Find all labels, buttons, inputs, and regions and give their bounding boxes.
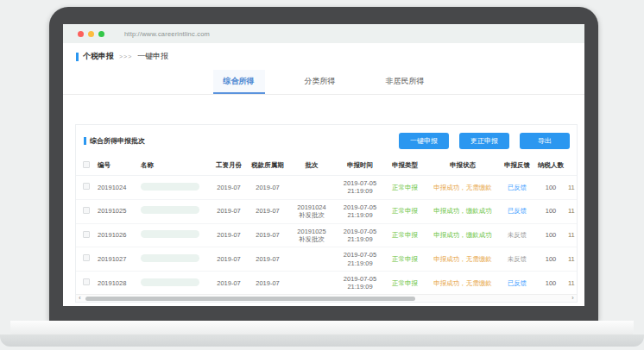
cell-batch-id: 20191026 xyxy=(97,223,140,247)
cell-status: 申报成功，无需缴款 xyxy=(425,272,501,296)
one-key-declare-button[interactable]: 一键申报 xyxy=(399,133,449,149)
page-content: 个税申报 >>> 一键申报 综合所得 分类所得 非居民所得 综合所得申报批次 xyxy=(63,43,584,306)
breadcrumb-separator: >>> xyxy=(119,53,132,59)
cell-feedback: 已反馈 xyxy=(501,176,534,200)
cell-tax-period: 2019-07 xyxy=(247,223,288,247)
breadcrumb-current[interactable]: 一键申报 xyxy=(137,51,168,62)
cell-declare-time: 2019-07-05 21:19:09 xyxy=(335,272,385,296)
cell-declare-type: 正常申报 xyxy=(385,176,425,200)
name-placeholder xyxy=(141,278,199,286)
name-placeholder xyxy=(141,254,199,262)
tab-nonresident-income[interactable]: 非居民所得 xyxy=(376,70,435,94)
table-row: 20191028 2019-07 2019-07 2019-07-05 21:1… xyxy=(76,272,577,296)
breadcrumb-section: 个税申报 xyxy=(83,51,114,62)
cell-batch-id: 20191027 xyxy=(97,247,140,272)
cell-clipped: 11 xyxy=(568,223,577,247)
accent-bar-icon xyxy=(84,137,86,145)
table-row: 20191026 2019-07 2019-07 20191025 补发批次 2… xyxy=(76,223,577,247)
cell-tax-period: 2019-07 xyxy=(247,176,288,200)
header-batch: 批次 xyxy=(288,155,335,176)
cell-declare-type: 正常申报 xyxy=(385,199,425,223)
table-row: 20191025 2019-07 2019-07 20191024 补发批次 2… xyxy=(76,199,577,223)
name-placeholder xyxy=(141,230,199,238)
table-body: 20191024 2019-07 2019-07 2019-07-05 21:1… xyxy=(76,176,577,303)
maximize-window-icon[interactable] xyxy=(98,31,104,37)
cell-name xyxy=(140,247,211,272)
cell-status: 申报成功，缴款成功 xyxy=(425,223,501,247)
cell-taxpayers: 100 xyxy=(534,272,568,296)
minimize-window-icon[interactable] xyxy=(88,31,94,37)
cell-taxpayers: 100 xyxy=(534,223,568,247)
breadcrumb: 个税申报 >>> 一键申报 xyxy=(63,43,584,62)
cell-declare-type: 正常申报 xyxy=(385,272,425,296)
cell-batch-id: 20191028 xyxy=(97,272,140,296)
batch-table: 编号 名称 工资月份 税款所属期 批次 申报时间 申报类型 申报状态 申报反馈 … xyxy=(76,155,577,303)
horizontal-scrollbar[interactable]: ‹ › xyxy=(76,294,577,302)
export-button[interactable]: 导出 xyxy=(520,133,570,149)
header-salary-month: 工资月份 xyxy=(211,155,247,176)
tab-comprehensive-income[interactable]: 综合所得 xyxy=(213,70,265,94)
cell-name xyxy=(140,223,211,247)
address-bar[interactable]: http://www.careerintlinc.com xyxy=(124,30,210,38)
name-placeholder xyxy=(141,183,199,191)
close-window-icon[interactable] xyxy=(78,31,84,37)
cell-salary-month: 2019-07 xyxy=(211,223,247,247)
laptop-mockup: http://www.careerintlinc.com 个税申报 >>> 一键… xyxy=(0,0,644,350)
cell-declare-time: 2019-07-05 21:19:09 xyxy=(335,247,385,272)
cell-declare-time: 2019-07-05 21:19:09 xyxy=(335,176,385,200)
table-row: 20191024 2019-07 2019-07 2019-07-05 21:1… xyxy=(76,176,577,200)
cell-feedback: 已反馈 xyxy=(501,272,534,296)
panel-title: 综合所得申报批次 xyxy=(90,136,145,146)
row-checkbox[interactable] xyxy=(83,207,90,214)
laptop-screen: http://www.careerintlinc.com 个税申报 >>> 一键… xyxy=(63,24,584,306)
cell-batch xyxy=(288,176,335,200)
cell-declare-type: 正常申报 xyxy=(385,223,425,247)
header-name: 名称 xyxy=(140,155,211,176)
scrollbar-thumb[interactable] xyxy=(85,297,415,302)
cell-taxpayers: 100 xyxy=(534,199,568,223)
cell-batch-id: 20191025 xyxy=(97,199,140,223)
cell-salary-month: 2019-07 xyxy=(211,199,247,223)
select-all-checkbox[interactable] xyxy=(83,161,90,168)
row-checkbox[interactable] xyxy=(83,231,90,238)
panel-header: 综合所得申报批次 一键申报 更正申报 导出 xyxy=(76,125,577,155)
cell-clipped: 11 xyxy=(568,176,577,200)
name-placeholder xyxy=(141,206,199,214)
name-placeholder xyxy=(141,302,199,303)
table-header-row: 编号 名称 工资月份 税款所属期 批次 申报时间 申报类型 申报状态 申报反馈 … xyxy=(76,155,577,176)
row-checkbox[interactable] xyxy=(83,278,90,285)
row-checkbox[interactable] xyxy=(83,183,90,190)
cell-batch xyxy=(288,247,335,272)
header-feedback: 申报反馈 xyxy=(501,155,534,176)
panel-title-wrap: 综合所得申报批次 xyxy=(84,136,145,146)
scrollbar-track[interactable] xyxy=(84,295,569,302)
cell-status: 申报成功，缴款成功 xyxy=(425,199,501,223)
scroll-right-icon[interactable]: › xyxy=(569,295,577,302)
header-tax-period: 税款所属期 xyxy=(247,155,288,176)
header-taxpayers: 纳税人数 xyxy=(534,155,568,176)
cell-taxpayers: 100 xyxy=(534,247,568,272)
row-checkbox[interactable] xyxy=(83,254,90,261)
cell-feedback: 未反馈 xyxy=(501,247,534,272)
cell-batch: 20191024 补发批次 xyxy=(288,199,335,223)
cell-feedback: 未反馈 xyxy=(501,223,534,247)
scroll-left-icon[interactable]: ‹ xyxy=(76,295,84,302)
cell-clipped: 11 xyxy=(568,272,577,296)
cell-declare-time: 2019-07-05 21:19:09 xyxy=(335,223,385,247)
cell-clipped: 11 xyxy=(568,199,577,223)
header-declare-type: 申报类型 xyxy=(385,155,425,176)
accent-bar-icon xyxy=(76,53,79,61)
correct-declare-button[interactable]: 更正申报 xyxy=(459,133,509,149)
cell-name xyxy=(140,176,211,200)
cell-status: 申报成功，无需缴款 xyxy=(425,247,501,272)
tab-classified-income[interactable]: 分类所得 xyxy=(294,70,346,94)
cell-clipped: 11 xyxy=(568,247,577,272)
cell-salary-month: 2019-07 xyxy=(211,272,247,296)
cell-name xyxy=(140,199,211,223)
cell-feedback: 已反馈 xyxy=(501,199,534,223)
cell-salary-month: 2019-07 xyxy=(211,247,247,272)
table-row: 20191027 2019-07 2019-07 2019-07-05 21:1… xyxy=(76,247,577,272)
laptop-base-lip xyxy=(0,334,644,347)
laptop-bezel: http://www.careerintlinc.com 个税申报 >>> 一键… xyxy=(49,7,598,321)
cell-status: 申报成功，无需缴款 xyxy=(425,176,501,200)
